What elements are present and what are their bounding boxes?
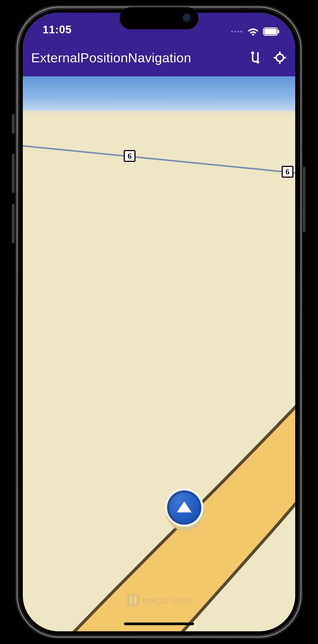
locate-icon	[274, 52, 286, 64]
svg-point-4	[256, 60, 259, 64]
side-button-vol-down	[12, 204, 15, 244]
battery-icon	[263, 28, 280, 36]
route-shield: 6	[124, 150, 136, 162]
home-indicator[interactable]	[124, 622, 194, 625]
route-shield: 6	[282, 166, 294, 178]
heading-arrow-icon	[177, 502, 192, 512]
screen: 11:05 ExternalPositionNavigation	[23, 13, 295, 631]
map-attribution: magic lane	[23, 594, 295, 607]
route-icon	[250, 52, 261, 64]
svg-point-3	[251, 52, 254, 54]
map-viewport[interactable]: 6 6 magic lane	[23, 76, 295, 631]
status-time: 11:05	[42, 23, 72, 36]
route-button[interactable]	[249, 51, 262, 64]
side-button-vol-up	[12, 154, 15, 193]
status-cellular-dots	[231, 31, 242, 32]
side-button-power	[303, 167, 306, 232]
map-route-highlight	[23, 76, 295, 631]
magiclane-logo-icon	[127, 594, 140, 607]
position-puck[interactable]	[165, 488, 204, 528]
app-bar: ExternalPositionNavigation	[23, 39, 295, 76]
svg-rect-1	[264, 29, 277, 35]
svg-point-5	[276, 54, 284, 62]
dynamic-island	[120, 7, 198, 30]
map-attribution-text: magic lane	[142, 595, 192, 606]
side-button-silent	[12, 114, 15, 134]
locate-button[interactable]	[273, 51, 286, 64]
wifi-icon	[248, 27, 259, 36]
app-title: ExternalPositionNavigation	[31, 50, 191, 65]
svg-rect-2	[278, 30, 279, 33]
